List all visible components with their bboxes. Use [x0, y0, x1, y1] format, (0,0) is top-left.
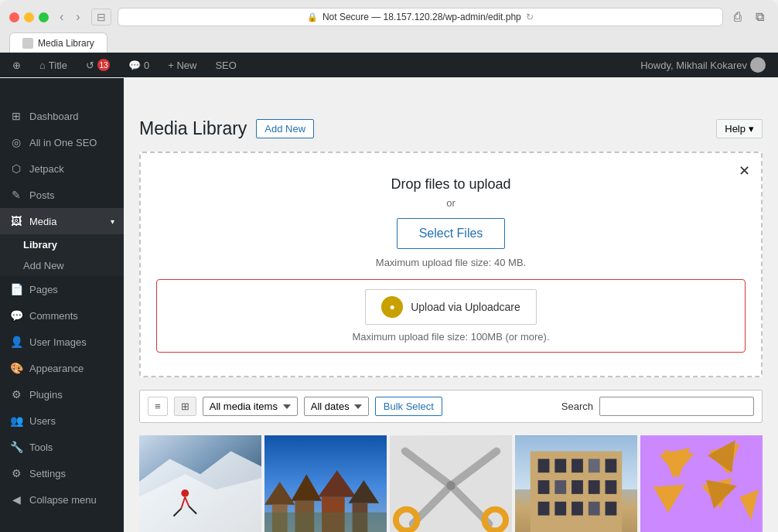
sidebar-item-users[interactable]: 👥 Users	[0, 408, 124, 434]
tab-title: Media Library	[38, 38, 94, 49]
wp-logo-icon: ⊕	[12, 60, 21, 71]
jetpack-icon: ⬡	[9, 162, 23, 176]
sidebar-item-settings[interactable]: ⚙ Settings	[0, 460, 124, 486]
help-button[interactable]: Help ▾	[716, 119, 763, 138]
list-view-button[interactable]: ≡	[148, 397, 168, 416]
sidebar-item-collapse[interactable]: ◀ Collapse menu	[0, 486, 124, 513]
new-label: + New	[168, 60, 196, 71]
collapse-icon: ◀	[9, 493, 23, 506]
uploadcare-label: Upload via Uploadcare	[411, 301, 520, 313]
window-mode-button[interactable]: ⊟	[91, 9, 111, 26]
add-new-label: Add New	[23, 260, 64, 271]
ski-image	[139, 435, 261, 532]
media-arrow-icon: ▾	[111, 217, 114, 226]
media-icon: 🖼	[9, 214, 23, 228]
comments-item[interactable]: 💬 0	[124, 53, 154, 77]
comments-sidebar-icon: 💬	[9, 309, 23, 322]
svg-rect-28	[538, 459, 550, 472]
svg-rect-29	[554, 459, 566, 472]
building-image	[515, 435, 637, 532]
sidebar-subitem-add-new[interactable]: Add New	[0, 255, 124, 276]
main-content: Media Library Add New Help ▾ ✕ Drop file…	[124, 78, 778, 532]
sidebar-label-media: Media	[29, 216, 56, 227]
bulk-select-button[interactable]: Bulk Select	[375, 397, 442, 416]
grid-view-button[interactable]: ⊞	[174, 397, 196, 416]
seo-item[interactable]: SEO	[210, 53, 241, 77]
sidebar-item-user-images[interactable]: 👤 User Images	[0, 329, 124, 355]
allinone-icon: ◎	[9, 135, 23, 149]
lock-icon: 🔒	[307, 12, 318, 22]
media-item[interactable]	[139, 435, 261, 532]
svg-rect-42	[606, 502, 617, 516]
close-dot[interactable]	[9, 12, 19, 22]
sidebar-item-comments[interactable]: 💬 Comments	[0, 302, 124, 329]
sidebar-item-appearance[interactable]: 🎨 Appearance	[0, 355, 124, 381]
sidebar-label-user-images: User Images	[29, 336, 87, 348]
village-image	[264, 435, 387, 532]
media-filter-dropdown[interactable]: All media items	[203, 397, 298, 416]
sidebar-item-posts[interactable]: ✎ Posts	[0, 182, 124, 208]
howdy-item[interactable]: Howdy, Mikhail Kokarev	[636, 53, 770, 77]
new-item[interactable]: + New	[163, 53, 201, 77]
forward-button[interactable]: ›	[71, 9, 84, 26]
new-tab-button[interactable]: ⧉	[751, 9, 769, 26]
back-button[interactable]: ‹	[55, 9, 68, 26]
max-size-text: Maximum upload file size: 40 MB.	[156, 257, 746, 268]
sidebar-label-comments: Comments	[29, 310, 78, 322]
search-label: Search	[561, 401, 593, 412]
browser-tabs: Media Library	[9, 32, 769, 53]
media-item[interactable]	[264, 435, 387, 532]
active-tab[interactable]: Media Library	[9, 32, 107, 53]
avatar	[750, 57, 766, 73]
seo-label: SEO	[215, 60, 236, 71]
sidebar-label-settings: Settings	[29, 468, 66, 479]
sidebar-item-jetpack[interactable]: ⬡ Jetpack	[0, 155, 124, 182]
updates-item[interactable]: ↺ 13	[81, 53, 114, 77]
sidebar-item-tools[interactable]: 🔧 Tools	[0, 434, 124, 460]
sidebar-label-plugins: Plugins	[29, 389, 63, 401]
search-input[interactable]	[599, 397, 754, 416]
add-new-button[interactable]: Add New	[256, 119, 314, 138]
select-files-button[interactable]: Select Files	[397, 218, 506, 249]
sidebar-item-dashboard[interactable]: ⊞ Dashboard	[0, 103, 124, 129]
sidebar-subitem-library[interactable]: Library	[0, 234, 124, 255]
updates-icon: ↺	[86, 60, 94, 71]
wp-logo-item[interactable]: ⊕	[8, 53, 26, 77]
svg-rect-41	[589, 502, 600, 516]
list-view-icon: ≡	[155, 401, 161, 412]
address-text: Not Secure — 18.157.120.28/wp-admin/edit…	[322, 12, 521, 22]
upload-close-button[interactable]: ✕	[739, 162, 750, 179]
tab-favicon	[22, 38, 33, 49]
grid-view-icon: ⊞	[181, 401, 189, 412]
chips-image	[640, 435, 763, 532]
media-item[interactable]	[640, 435, 763, 532]
uploadcare-button[interactable]: ● Upload via Uploadcare	[365, 289, 537, 325]
sidebar-item-pages[interactable]: 📄 Pages	[0, 276, 124, 302]
svg-rect-37	[606, 480, 617, 494]
media-item[interactable]	[390, 435, 512, 532]
sidebar-label-allinone: All in One SEO	[29, 137, 97, 148]
sidebar-item-plugins[interactable]: ⚙ Plugins	[0, 381, 124, 408]
page-title: Media Library	[139, 118, 247, 139]
sidebar-item-media[interactable]: 🖼 Media ▾	[0, 208, 124, 234]
pages-icon: 📄	[9, 282, 23, 296]
browser-actions: ⎙ ⧉	[729, 9, 769, 26]
updates-count: 13	[97, 59, 110, 71]
address-bar[interactable]: 🔒 Not Secure — 18.157.120.28/wp-admin/ed…	[118, 8, 723, 26]
site-name: Title	[49, 60, 67, 71]
dates-filter-dropdown[interactable]: All dates	[304, 397, 369, 416]
maximize-dot[interactable]	[39, 12, 49, 22]
sidebar-label-tools: Tools	[29, 442, 53, 453]
minimize-dot[interactable]	[24, 12, 34, 22]
share-button[interactable]: ⎙	[729, 9, 746, 26]
browser-dots	[9, 12, 49, 22]
svg-rect-30	[572, 459, 583, 472]
home-item[interactable]: ⌂ Title	[35, 53, 72, 77]
reload-icon[interactable]: ↻	[526, 12, 534, 22]
svg-rect-40	[572, 502, 583, 516]
sidebar-label-collapse: Collapse menu	[29, 494, 97, 506]
browser-nav: ‹ ›	[55, 9, 85, 26]
sidebar-item-allinone-seo[interactable]: ◎ All in One SEO	[0, 129, 124, 155]
settings-icon: ⚙	[9, 466, 23, 480]
media-item[interactable]	[515, 435, 637, 532]
